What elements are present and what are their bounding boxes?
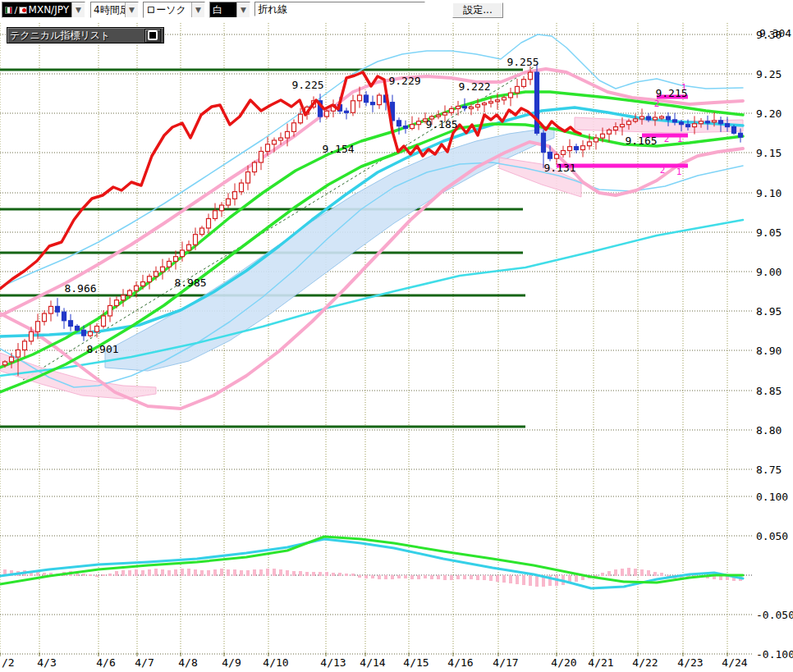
color-label: 白 bbox=[210, 2, 236, 17]
svg-text:9.154: 9.154 bbox=[322, 143, 354, 155]
date-axis: /24/34/64/74/84/94/104/134/144/154/164/1… bbox=[0, 652, 748, 669]
svg-text:4/7: 4/7 bbox=[135, 656, 154, 669]
svg-text:4/10: 4/10 bbox=[263, 656, 288, 669]
price-chart-canvas[interactable]: 9.309.259.209.159.109.059.008.958.908.85… bbox=[0, 0, 793, 672]
svg-text:8.80: 8.80 bbox=[756, 424, 782, 437]
svg-text:1: 1 bbox=[676, 167, 682, 177]
svg-text:8.85: 8.85 bbox=[756, 385, 782, 397]
restore-icon bbox=[148, 30, 158, 40]
svg-text:4/17: 4/17 bbox=[493, 656, 518, 669]
svg-text:4/3: 4/3 bbox=[37, 656, 56, 669]
oscillator-layer bbox=[0, 537, 743, 588]
toolbar: / MXN/JPY ▼ 4時間足 ▼ ローソク ▼ 白 ▼ 設定... bbox=[0, 0, 793, 21]
svg-text:4/6: 4/6 bbox=[96, 656, 115, 669]
trendline bbox=[23, 67, 534, 380]
svg-text:-0.100: -0.100 bbox=[756, 648, 793, 661]
currency-pair-label: MXN/JPY bbox=[29, 4, 69, 16]
svg-text:8.95: 8.95 bbox=[756, 305, 782, 318]
timeframe-label: 4時間足 bbox=[91, 2, 125, 17]
chart-type-select[interactable]: ローソク ▼ bbox=[143, 2, 205, 18]
svg-text:4/23: 4/23 bbox=[677, 656, 703, 669]
chart-type-label: ローソク bbox=[144, 2, 191, 17]
svg-text:4/8: 4/8 bbox=[178, 656, 197, 669]
svg-text:9.00: 9.00 bbox=[756, 266, 782, 278]
svg-text:9.229: 9.229 bbox=[388, 75, 420, 87]
timeframe-select[interactable]: 4時間足 ▼ bbox=[90, 2, 139, 18]
svg-text:9.225: 9.225 bbox=[291, 79, 323, 91]
trading-app: { "toolbar": { "pair": "MXN/JPY", "pair_… bbox=[0, 0, 793, 672]
svg-text:9.304: 9.304 bbox=[759, 27, 791, 39]
mexico-flag-icon bbox=[5, 7, 12, 14]
settings-button[interactable]: 設定... bbox=[452, 2, 503, 18]
svg-text:9.15: 9.15 bbox=[756, 147, 782, 159]
svg-text:/2: /2 bbox=[2, 656, 15, 669]
color-select[interactable]: 白 ▼ bbox=[209, 2, 250, 18]
svg-text:9.20: 9.20 bbox=[756, 107, 782, 120]
svg-text:4/16: 4/16 bbox=[447, 656, 473, 669]
svg-text:0.050: 0.050 bbox=[756, 530, 788, 542]
svg-text:9.222: 9.222 bbox=[458, 80, 490, 93]
chevron-down-icon[interactable]: ▼ bbox=[71, 2, 85, 17]
currency-pair-select[interactable]: / MXN/JPY ▼ bbox=[2, 2, 85, 18]
svg-text:2: 2 bbox=[660, 165, 666, 176]
svg-text:4/24: 4/24 bbox=[722, 656, 747, 669]
svg-text:9.165: 9.165 bbox=[625, 135, 657, 147]
svg-text:8.75: 8.75 bbox=[756, 464, 782, 476]
panel-title: テクニカル指標リスト bbox=[10, 29, 144, 43]
svg-text:9.255: 9.255 bbox=[507, 56, 539, 68]
technical-indicator-list-panel[interactable]: テクニカル指標リスト bbox=[7, 27, 164, 43]
svg-text:4/15: 4/15 bbox=[403, 656, 429, 669]
svg-text:4/21: 4/21 bbox=[588, 656, 613, 669]
svg-text:9.25: 9.25 bbox=[756, 68, 782, 80]
svg-text:9.185: 9.185 bbox=[425, 118, 457, 130]
svg-text:8.901: 8.901 bbox=[86, 343, 118, 355]
japan-flag-icon bbox=[19, 7, 26, 14]
svg-text:9.05: 9.05 bbox=[756, 226, 782, 239]
svg-text:2: 2 bbox=[654, 98, 660, 109]
svg-text:8.985: 8.985 bbox=[174, 277, 206, 289]
price-axis: 9.309.259.209.159.109.059.008.958.908.85… bbox=[756, 27, 793, 661]
chevron-down-icon[interactable]: ▼ bbox=[125, 2, 138, 17]
chevron-down-icon[interactable]: ▼ bbox=[236, 2, 250, 17]
chevron-down-icon[interactable]: ▼ bbox=[191, 2, 204, 17]
svg-text:4/14: 4/14 bbox=[360, 656, 385, 669]
svg-text:2: 2 bbox=[664, 134, 670, 144]
svg-text:9.131: 9.131 bbox=[543, 162, 575, 174]
svg-text:9.215: 9.215 bbox=[655, 87, 687, 99]
restore-window-button[interactable] bbox=[144, 29, 161, 43]
svg-text:4/9: 4/9 bbox=[222, 656, 241, 669]
svg-text:0.100: 0.100 bbox=[756, 491, 788, 503]
pair-separator: / bbox=[14, 5, 17, 16]
svg-text:9.10: 9.10 bbox=[756, 187, 782, 199]
svg-text:1: 1 bbox=[677, 134, 683, 144]
line-type-input[interactable] bbox=[254, 2, 425, 16]
svg-text:4/20: 4/20 bbox=[551, 656, 576, 669]
svg-text:8.966: 8.966 bbox=[64, 282, 96, 295]
svg-text:4/13: 4/13 bbox=[320, 656, 346, 669]
svg-text:-0.050: -0.050 bbox=[756, 609, 793, 621]
svg-text:8.90: 8.90 bbox=[756, 345, 782, 357]
svg-text:4/22: 4/22 bbox=[632, 656, 658, 669]
